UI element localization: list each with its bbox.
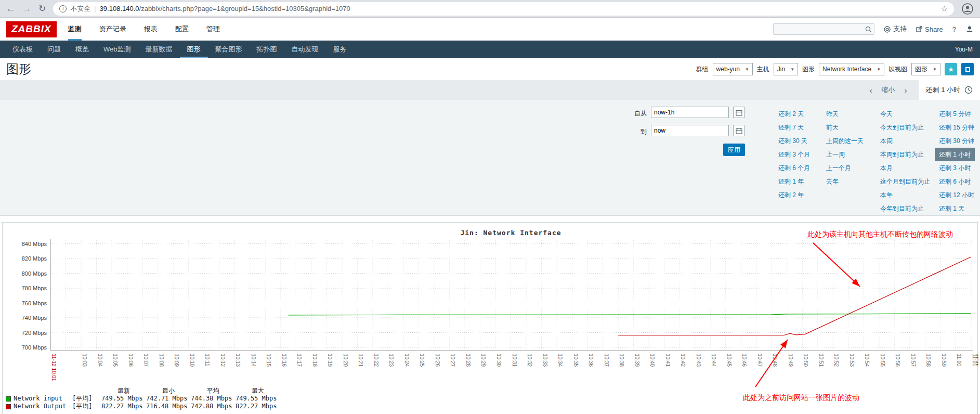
address-bar[interactable]: i 不安全 | 39.108.140.0/zabbix/charts.php?p…	[53, 2, 954, 16]
subnav-graphs[interactable]: 图形	[180, 41, 208, 58]
quick-range-day-before-yesterday[interactable]: 前天	[826, 121, 864, 134]
series-func: [平均]	[72, 395, 101, 403]
quick-range-today[interactable]: 今天	[880, 107, 930, 121]
kiosk-mode-button[interactable]	[961, 63, 974, 75]
quick-range-previous-week[interactable]: 上一周	[826, 148, 864, 161]
quick-range-this-year-so-far[interactable]: 今年到目前为止	[880, 202, 930, 215]
quick-range-last-7d[interactable]: 还剩 7 天	[778, 121, 810, 134]
svg-text:10:42: 10:42	[680, 354, 686, 367]
quick-range-this-year[interactable]: 本年	[880, 188, 930, 202]
graph-select[interactable]: Network Interface ▼	[819, 63, 884, 75]
quick-range-last-2y[interactable]: 还剩 2 年	[778, 188, 810, 202]
svg-text:10:32: 10:32	[527, 354, 532, 367]
refresh-icon[interactable]: ↻	[38, 4, 46, 13]
apply-button[interactable]: 应用	[723, 144, 745, 156]
time-shift-back-button[interactable]: ‹	[865, 86, 878, 95]
quick-range-last-30min[interactable]: 还剩 30 分钟	[939, 134, 975, 148]
forward-icon[interactable]: →	[22, 4, 31, 13]
svg-text:10:06: 10:06	[128, 354, 134, 367]
svg-text:10:15: 10:15	[266, 354, 271, 367]
quick-range-last-1d[interactable]: 还剩 1 天	[939, 202, 975, 215]
user-profile-link[interactable]	[965, 25, 974, 33]
support-link[interactable]: 支持	[884, 24, 907, 34]
svg-text:10:41: 10:41	[665, 354, 671, 367]
svg-text:10:43: 10:43	[696, 354, 701, 367]
browser-profile-icon[interactable]	[961, 3, 974, 15]
graph-legend: 最新 最小 平均 最大 Network input [平均] 749.55 Mb…	[6, 387, 280, 410]
security-label: 不安全	[70, 4, 90, 14]
group-select[interactable]: web-yun ▼	[713, 63, 753, 75]
quick-range-this-month[interactable]: 本月	[880, 161, 930, 175]
view-as-value: 图形	[915, 65, 927, 74]
svg-text:10:22: 10:22	[373, 354, 379, 367]
nav-administration[interactable]: 管理	[206, 18, 220, 41]
quick-range-last-1y[interactable]: 还剩 1 年	[778, 175, 810, 188]
to-calendar-button[interactable]	[733, 125, 744, 136]
quick-range-this-week-so-far[interactable]: 本周到目前为止	[880, 148, 930, 161]
svg-text:10:37: 10:37	[604, 354, 609, 367]
subnav-overview[interactable]: 概览	[68, 41, 96, 58]
nav-reports[interactable]: 报表	[144, 18, 158, 41]
quick-range-last-1h[interactable]: 还剩 1 小时	[935, 148, 975, 161]
quick-range-col-1: 还剩 2 天 还剩 7 天 还剩 30 天 还剩 3 个月 还剩 6 个月 还剩…	[778, 107, 810, 202]
quick-range-previous-month[interactable]: 上一个月	[826, 161, 864, 175]
zabbix-logo[interactable]: ZABBIX	[6, 21, 57, 37]
quick-range-last-6h[interactable]: 还剩 6 小时	[939, 175, 975, 188]
quick-range-last-3m[interactable]: 还剩 3 个月	[778, 148, 810, 161]
quick-range-previous-year[interactable]: 去年	[826, 175, 864, 188]
time-range-tab[interactable]: 还剩 1 小时	[919, 80, 980, 100]
quick-range-yesterday[interactable]: 昨天	[826, 107, 864, 121]
header-search[interactable]	[773, 23, 874, 35]
network-interface-graph[interactable]: 700 Mbps720 Mbps740 Mbps760 Mbps780 Mbps…	[3, 238, 978, 391]
subnav-maps[interactable]: 拓扑图	[250, 41, 284, 58]
svg-text:10:18: 10:18	[312, 354, 318, 367]
subnav-problems[interactable]: 问题	[40, 41, 68, 58]
svg-text:10:51: 10:51	[818, 354, 824, 367]
quick-range-this-day-last-week[interactable]: 上周的这一天	[826, 134, 864, 148]
share-link[interactable]: Share	[916, 25, 943, 33]
quick-range-last-12h[interactable]: 还剩 12 小时	[939, 188, 975, 202]
view-as-select[interactable]: 图形 ▼	[911, 63, 940, 75]
zoom-out-button[interactable]: 缩小	[878, 85, 899, 95]
quick-range-last-3h[interactable]: 还剩 3 小时	[939, 161, 975, 175]
quick-range-last-15min[interactable]: 还剩 15 分钟	[939, 121, 975, 134]
series-avg: 744.38 Mbps	[191, 395, 236, 403]
quick-range-last-30d[interactable]: 还剩 30 天	[778, 134, 810, 148]
quick-range-last-6m[interactable]: 还剩 6 个月	[778, 161, 810, 175]
svg-text:10:56: 10:56	[895, 354, 900, 367]
quick-range-this-week[interactable]: 本周	[880, 134, 930, 148]
favorites-button[interactable]: ★	[945, 63, 957, 75]
graph-label: 图形	[802, 65, 815, 74]
search-input[interactable]	[776, 25, 865, 33]
quick-range-this-month-so-far[interactable]: 这个月到目前为止	[880, 175, 930, 188]
bookmark-star-icon[interactable]: ☆	[941, 4, 948, 14]
series-avg: 742.88 Mbps	[191, 403, 236, 410]
subnav-right-text: You-M	[955, 46, 975, 53]
time-shift-forward-button[interactable]: ›	[899, 86, 912, 95]
info-icon[interactable]: i	[59, 5, 67, 12]
host-select[interactable]: Jin ▼	[774, 63, 798, 75]
from-input[interactable]	[651, 107, 729, 118]
subnav-services[interactable]: 服务	[326, 41, 354, 58]
subnav-screens[interactable]: 聚合图形	[208, 41, 250, 58]
svg-text:10:54: 10:54	[864, 354, 870, 367]
subnav-web[interactable]: Web监测	[96, 41, 138, 58]
legend-row-input: Network input [平均] 749.55 Mbps 742.71 Mb…	[6, 395, 280, 403]
from-calendar-button[interactable]	[733, 107, 744, 118]
quick-range-today-so-far[interactable]: 今天到目前为止	[880, 121, 930, 134]
quick-range-col-3: 今天 今天到目前为止 本周 本周到目前为止 本月 这个月到目前为止 本年 今年到…	[880, 107, 930, 215]
subnav-dashboard[interactable]: 仪表板	[5, 41, 40, 58]
help-link[interactable]: ?	[952, 25, 956, 33]
quick-range-last-5min[interactable]: 还剩 5 分钟	[939, 107, 975, 121]
subnav-latest-data[interactable]: 最新数据	[138, 41, 180, 58]
nav-monitoring[interactable]: 监测	[68, 18, 82, 41]
to-input[interactable]	[651, 125, 729, 136]
nav-inventory[interactable]: 资产记录	[99, 18, 126, 41]
nav-configuration[interactable]: 配置	[175, 18, 189, 41]
legend-header-latest: 最新	[101, 387, 146, 395]
svg-text:10:13: 10:13	[235, 354, 241, 367]
svg-text:10:04: 10:04	[97, 354, 103, 367]
quick-range-last-2d[interactable]: 还剩 2 天	[778, 107, 810, 121]
back-icon[interactable]: ←	[6, 4, 15, 13]
subnav-discovery[interactable]: 自动发现	[284, 41, 326, 58]
